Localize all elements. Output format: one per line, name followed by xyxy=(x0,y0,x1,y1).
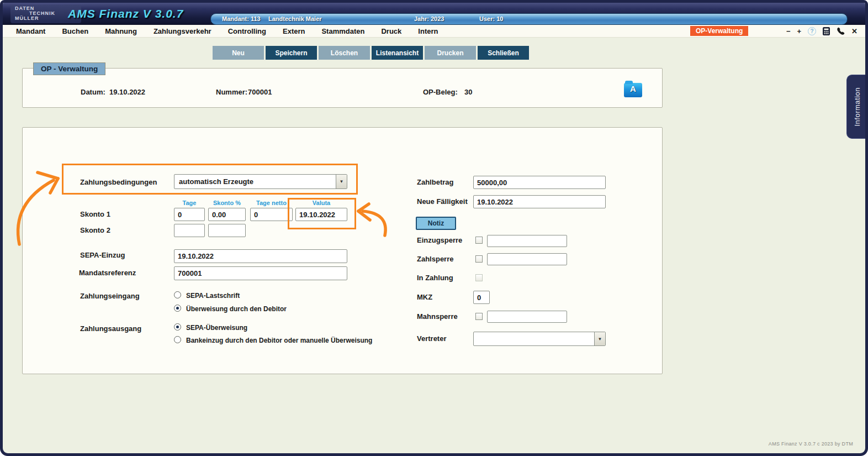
window-controls: − + ? ✕ xyxy=(786,26,858,36)
sepa-lastschrift-label: SEPA-Lastschrift xyxy=(186,292,240,300)
zahlbetrag-input[interactable] xyxy=(473,176,606,189)
ams-finanz-window: DATEN TECHNIK MÜLLER AMS Finanz V 3.0.7 … xyxy=(0,0,868,456)
drucken-button[interactable]: Drucken xyxy=(425,46,476,60)
active-module-badge: OP-Verwaltung xyxy=(690,26,748,36)
zahlungseingang-label: Zahlungseingang xyxy=(80,292,140,300)
menu-mandant[interactable]: Mandant xyxy=(16,27,45,35)
calculator-icon[interactable] xyxy=(823,27,830,35)
skonto1-tage-input[interactable] xyxy=(174,208,205,221)
nummer-value: 700001 xyxy=(248,88,272,96)
user-info: User: 10 xyxy=(479,15,503,22)
menu-buchen[interactable]: Buchen xyxy=(62,27,88,35)
col-header-skonto: Skonto % xyxy=(208,200,246,206)
help-icon[interactable]: ? xyxy=(808,27,816,35)
session-info-strip: Mandant: 113 Landtechnik Maier Jahr: 202… xyxy=(210,13,848,25)
col-header-tage-netto: Tage netto xyxy=(250,200,293,206)
folder-letter: A xyxy=(624,84,642,93)
company-name: Landtechnik Maier xyxy=(268,15,322,22)
skonto1-prozent-input[interactable] xyxy=(208,208,246,221)
neue-faelligkeit-input[interactable] xyxy=(473,195,606,208)
app-title: AMS Finanz V 3.0.7 xyxy=(68,7,211,20)
col-header-valuta: Valuta xyxy=(295,200,347,206)
datum-label: Datum: xyxy=(81,88,105,96)
minimize-icon[interactable]: − xyxy=(786,28,791,35)
sepa-ueberweisung-radio[interactable] xyxy=(174,323,181,331)
op-beleg-value: 30 xyxy=(464,88,472,96)
op-header-panel: Datum: 19.10.2022 Nummer: 700001 OP-Bele… xyxy=(22,68,663,108)
listenansicht-button[interactable]: Listenansicht xyxy=(372,46,423,60)
mkz-input[interactable] xyxy=(473,291,490,304)
mahnsperre-input[interactable] xyxy=(487,311,567,323)
datum-value: 19.10.2022 xyxy=(109,88,145,96)
information-tab[interactable]: Information xyxy=(846,75,867,139)
vertreter-select[interactable]: ▼ xyxy=(473,332,606,346)
year-info: Jahr: 2023 xyxy=(414,15,444,22)
menu-mahnung[interactable]: Mahnung xyxy=(105,27,137,35)
zahlsperre-label: Zahlsperre xyxy=(417,255,453,263)
skonto2-tage-input[interactable] xyxy=(174,224,205,237)
zahlungsbedingungen-label: Zahlungsbedingungen xyxy=(80,178,157,186)
mandant-info: Mandant: 113 xyxy=(222,15,261,22)
sepa-ueberweisung-label: SEPA-Überweisung xyxy=(186,324,247,332)
vertreter-label: Vertreter xyxy=(417,334,446,343)
sepa-einzug-input[interactable] xyxy=(174,249,347,263)
close-icon[interactable]: ✕ xyxy=(851,28,858,35)
maximize-icon[interactable]: + xyxy=(797,28,802,35)
neu-button[interactable]: Neu xyxy=(213,46,264,60)
skonto1-valuta-input[interactable] xyxy=(295,208,347,221)
skonto1-tage-netto-input[interactable] xyxy=(250,208,293,221)
menu-stammdaten[interactable]: Stammdaten xyxy=(321,27,364,35)
einzugsperre-checkbox[interactable] xyxy=(475,237,483,244)
col-header-tage: Tage xyxy=(174,200,205,206)
mahnsperre-label: Mahnsperre xyxy=(417,312,458,321)
bankeinzug-label: Bankeinzug durch den Debitor oder manuel… xyxy=(186,337,372,344)
mandatsreferenz-input[interactable] xyxy=(174,266,347,280)
neue-faelligkeit-label: Neue Fälligkeit xyxy=(417,197,468,206)
sepa-lastschrift-radio[interactable] xyxy=(174,291,181,298)
zahlbetrag-label: Zahlbetrag xyxy=(417,178,453,186)
speichern-button[interactable]: Speichern xyxy=(266,46,317,60)
zahlungsbedingungen-value: automatisch Erzeugte xyxy=(174,177,336,186)
bankeinzug-radio[interactable] xyxy=(174,336,181,343)
nummer-label: Nummer: xyxy=(216,88,247,96)
loeschen-button[interactable]: Löschen xyxy=(319,46,370,60)
schliessen-button[interactable]: Schließen xyxy=(478,46,529,60)
title-bar: DATEN TECHNIK MÜLLER AMS Finanz V 3.0.7 … xyxy=(3,3,865,25)
ueberweisung-debitor-label: Überweisung durch den Debitor xyxy=(186,305,287,313)
menu-druck[interactable]: Druck xyxy=(381,27,401,35)
zahlsperre-checkbox[interactable] xyxy=(475,255,483,263)
menu-zahlungsverkehr[interactable]: Zahlungsverkehr xyxy=(154,27,211,35)
zahlungsbedingungen-select[interactable]: automatisch Erzeugte ▼ xyxy=(174,174,347,189)
menu-extern[interactable]: Extern xyxy=(283,27,305,35)
phone-icon[interactable] xyxy=(837,27,845,35)
information-tab-label: Information xyxy=(853,87,861,127)
menu-controlling[interactable]: Controlling xyxy=(228,27,266,35)
skonto1-label: Skonto 1 xyxy=(80,210,110,218)
chevron-down-icon[interactable]: ▼ xyxy=(594,332,605,345)
in-zahlung-label: In Zahlung xyxy=(417,274,453,282)
chevron-down-icon[interactable]: ▼ xyxy=(336,175,347,188)
toolbar: Neu Speichern Löschen Listenansicht Druc… xyxy=(213,46,529,60)
einzugsperre-label: Einzugsperre xyxy=(417,236,462,244)
op-beleg-label: OP-Beleg: xyxy=(423,88,458,96)
skonto2-prozent-input[interactable] xyxy=(208,224,246,237)
sepa-einzug-label: SEPA-Einzug xyxy=(80,251,125,259)
mahnsperre-checkbox[interactable] xyxy=(475,313,483,320)
notiz-button[interactable]: Notiz xyxy=(416,217,456,230)
skonto2-label: Skonto 2 xyxy=(80,226,110,234)
mkz-label: MKZ xyxy=(417,293,432,301)
zahlungsausgang-label: Zahlungsausgang xyxy=(80,324,141,333)
einzugsperre-input[interactable] xyxy=(487,235,567,247)
zahlsperre-input[interactable] xyxy=(487,253,567,265)
ueberweisung-debitor-radio[interactable] xyxy=(174,305,181,312)
panel-legend: OP - Verwaltung xyxy=(33,62,105,75)
footer-version-text: AMS Finanz V 3.0.7 c 2023 by DTM xyxy=(769,441,853,447)
archive-folder-icon[interactable]: A xyxy=(624,83,642,97)
mandatsreferenz-label: Mandatsreferenz xyxy=(79,269,136,277)
menu-bar: Mandant Buchen Mahnung Zahlungsverkehr C… xyxy=(3,25,865,38)
in-zahlung-checkbox[interactable] xyxy=(475,274,483,281)
menu-intern[interactable]: Intern xyxy=(418,27,438,35)
